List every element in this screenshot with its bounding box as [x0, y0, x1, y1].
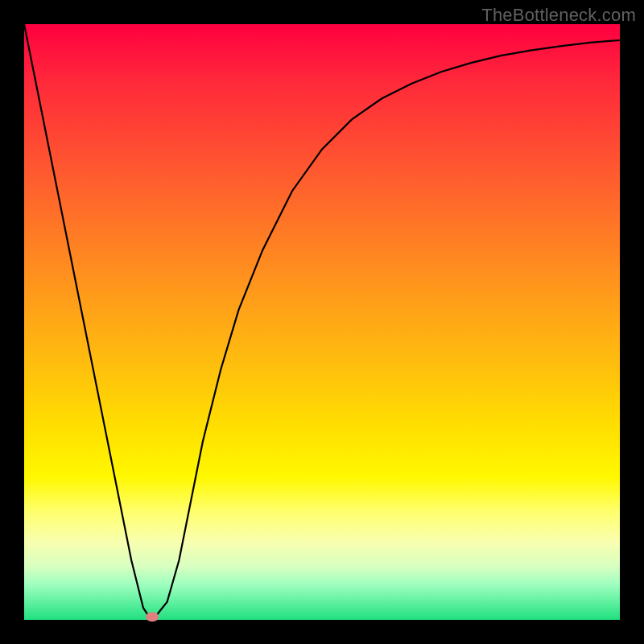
watermark-text: TheBottleneck.com [481, 5, 636, 26]
plot-area [24, 24, 620, 620]
bottleneck-curve [24, 24, 620, 617]
chart-frame: TheBottleneck.com [0, 0, 644, 644]
min-point-marker [146, 612, 159, 621]
plot-svg [24, 24, 620, 620]
